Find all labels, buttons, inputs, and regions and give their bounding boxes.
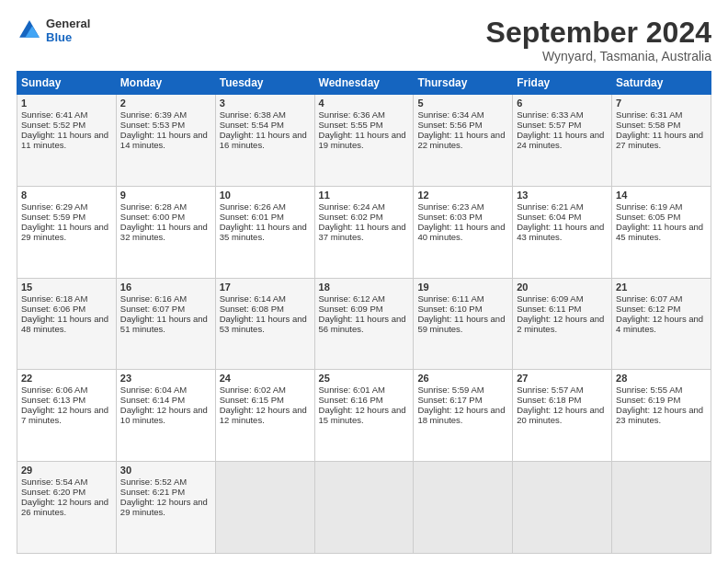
- title-block: September 2024 Wynyard, Tasmania, Austra…: [486, 17, 711, 63]
- sunrise-text: Sunrise: 6:39 AM: [120, 109, 187, 120]
- calendar-cell: 28Sunrise: 5:55 AMSunset: 6:19 PMDayligh…: [612, 370, 711, 462]
- daylight-text: Daylight: 11 hours and 11 minutes.: [21, 130, 108, 150]
- day-number: 5: [417, 98, 508, 109]
- daylight-text: Daylight: 12 hours and 7 minutes.: [21, 405, 108, 425]
- sunrise-text: Sunrise: 6:12 AM: [319, 293, 385, 304]
- day-number: 4: [319, 98, 410, 109]
- sunset-text: Sunset: 5:55 PM: [319, 120, 383, 130]
- calendar-cell: [314, 462, 414, 554]
- daylight-text: Daylight: 11 hours and 22 minutes.: [417, 130, 505, 150]
- sunrise-text: Sunrise: 6:06 AM: [21, 385, 87, 395]
- daylight-text: Daylight: 11 hours and 45 minutes.: [616, 222, 703, 242]
- sunset-text: Sunset: 6:01 PM: [220, 212, 284, 222]
- sunrise-text: Sunrise: 6:28 AM: [120, 201, 187, 212]
- calendar-cell: 11Sunrise: 6:24 AMSunset: 6:02 PMDayligh…: [314, 186, 414, 278]
- sunset-text: Sunset: 6:08 PM: [220, 304, 284, 314]
- daylight-text: Daylight: 11 hours and 35 minutes.: [220, 222, 307, 242]
- sunrise-text: Sunrise: 6:23 AM: [417, 201, 483, 212]
- calendar-cell: 6Sunrise: 6:33 AMSunset: 5:57 PMDaylight…: [513, 95, 612, 187]
- sunrise-text: Sunrise: 6:19 AM: [616, 201, 682, 212]
- calendar-cell: [612, 462, 711, 554]
- header: General Blue September 2024 Wynyard, Tas…: [17, 17, 711, 63]
- subtitle: Wynyard, Tasmania, Australia: [486, 49, 711, 63]
- day-number: 8: [21, 190, 112, 201]
- logo: General Blue: [17, 17, 90, 44]
- daylight-text: Daylight: 12 hours and 4 minutes.: [616, 314, 703, 334]
- calendar-cell: 3Sunrise: 6:38 AMSunset: 5:54 PMDaylight…: [215, 95, 314, 187]
- day-number: 23: [120, 373, 211, 384]
- sunset-text: Sunset: 5:58 PM: [616, 120, 680, 130]
- day-header-friday: Friday: [513, 72, 612, 95]
- sunset-text: Sunset: 5:56 PM: [417, 120, 482, 130]
- calendar-cell: 23Sunrise: 6:04 AMSunset: 6:14 PMDayligh…: [116, 370, 215, 462]
- daylight-text: Daylight: 11 hours and 48 minutes.: [21, 314, 108, 334]
- sunrise-text: Sunrise: 5:55 AM: [616, 385, 682, 395]
- day-number: 20: [517, 282, 608, 293]
- day-number: 6: [517, 98, 608, 109]
- sunset-text: Sunset: 6:04 PM: [517, 212, 581, 222]
- day-number: 2: [120, 98, 211, 109]
- calendar-cell: [215, 462, 314, 554]
- day-number: 17: [220, 282, 311, 293]
- sunrise-text: Sunrise: 6:02 AM: [220, 385, 286, 395]
- calendar-week-row: 1Sunrise: 6:41 AMSunset: 5:52 PMDaylight…: [17, 95, 711, 187]
- daylight-text: Daylight: 11 hours and 29 minutes.: [21, 222, 108, 242]
- sunrise-text: Sunrise: 6:38 AM: [220, 109, 286, 120]
- sunset-text: Sunset: 5:52 PM: [21, 120, 85, 130]
- calendar-cell: 22Sunrise: 6:06 AMSunset: 6:13 PMDayligh…: [17, 370, 117, 462]
- sunrise-text: Sunrise: 6:29 AM: [21, 201, 87, 212]
- daylight-text: Daylight: 11 hours and 40 minutes.: [417, 222, 505, 242]
- calendar-cell: 27Sunrise: 5:57 AMSunset: 6:18 PMDayligh…: [513, 370, 612, 462]
- day-number: 14: [616, 190, 707, 201]
- calendar-cell: 14Sunrise: 6:19 AMSunset: 6:05 PMDayligh…: [612, 186, 711, 278]
- day-number: 12: [417, 190, 508, 201]
- daylight-text: Daylight: 11 hours and 43 minutes.: [517, 222, 604, 242]
- calendar-cell: 9Sunrise: 6:28 AMSunset: 6:00 PMDaylight…: [116, 186, 215, 278]
- calendar-week-row: 29Sunrise: 5:54 AMSunset: 6:20 PMDayligh…: [17, 462, 711, 554]
- calendar-cell: 30Sunrise: 5:52 AMSunset: 6:21 PMDayligh…: [116, 462, 215, 554]
- sunrise-text: Sunrise: 6:34 AM: [417, 109, 483, 120]
- sunrise-text: Sunrise: 6:11 AM: [417, 293, 483, 304]
- daylight-text: Daylight: 11 hours and 51 minutes.: [120, 314, 208, 334]
- logo-line1: General: [46, 17, 90, 30]
- page: General Blue September 2024 Wynyard, Tas…: [0, 0, 728, 563]
- sunrise-text: Sunrise: 6:14 AM: [220, 293, 286, 304]
- calendar-table: SundayMondayTuesdayWednesdayThursdayFrid…: [17, 71, 711, 554]
- sunrise-text: Sunrise: 5:54 AM: [21, 477, 87, 487]
- day-number: 7: [616, 98, 707, 109]
- day-number: 30: [120, 465, 211, 476]
- sunset-text: Sunset: 5:54 PM: [220, 120, 284, 130]
- calendar-cell: 4Sunrise: 6:36 AMSunset: 5:55 PMDaylight…: [314, 95, 414, 187]
- day-number: 25: [319, 373, 410, 384]
- calendar-week-row: 15Sunrise: 6:18 AMSunset: 6:06 PMDayligh…: [17, 278, 711, 370]
- calendar-cell: 17Sunrise: 6:14 AMSunset: 6:08 PMDayligh…: [215, 278, 314, 370]
- day-number: 10: [220, 190, 311, 201]
- sunset-text: Sunset: 6:07 PM: [120, 304, 185, 314]
- daylight-text: Daylight: 11 hours and 37 minutes.: [319, 222, 406, 242]
- daylight-text: Daylight: 11 hours and 32 minutes.: [120, 222, 208, 242]
- sunrise-text: Sunrise: 6:21 AM: [517, 201, 583, 212]
- daylight-text: Daylight: 12 hours and 18 minutes.: [417, 405, 505, 425]
- sunset-text: Sunset: 6:00 PM: [120, 212, 185, 222]
- sunrise-text: Sunrise: 6:16 AM: [120, 293, 187, 304]
- sunset-text: Sunset: 6:11 PM: [517, 304, 581, 314]
- calendar-cell: 2Sunrise: 6:39 AMSunset: 5:53 PMDaylight…: [116, 95, 215, 187]
- day-number: 27: [517, 373, 608, 384]
- daylight-text: Daylight: 12 hours and 20 minutes.: [517, 405, 604, 425]
- calendar-cell: 1Sunrise: 6:41 AMSunset: 5:52 PMDaylight…: [17, 95, 117, 187]
- calendar-cell: 24Sunrise: 6:02 AMSunset: 6:15 PMDayligh…: [215, 370, 314, 462]
- sunrise-text: Sunrise: 5:59 AM: [417, 385, 483, 395]
- calendar-cell: 7Sunrise: 6:31 AMSunset: 5:58 PMDaylight…: [612, 95, 711, 187]
- daylight-text: Daylight: 11 hours and 14 minutes.: [120, 130, 208, 150]
- day-number: 13: [517, 190, 608, 201]
- day-number: 16: [120, 282, 211, 293]
- sunrise-text: Sunrise: 6:07 AM: [616, 293, 682, 304]
- calendar-cell: [513, 462, 612, 554]
- day-number: 21: [616, 282, 707, 293]
- calendar-cell: 5Sunrise: 6:34 AMSunset: 5:56 PMDaylight…: [414, 95, 513, 187]
- daylight-text: Daylight: 11 hours and 53 minutes.: [220, 314, 307, 334]
- main-title: September 2024: [486, 17, 711, 49]
- sunrise-text: Sunrise: 6:01 AM: [319, 385, 385, 395]
- sunset-text: Sunset: 5:57 PM: [517, 120, 581, 130]
- logo-line2: Blue: [46, 30, 90, 44]
